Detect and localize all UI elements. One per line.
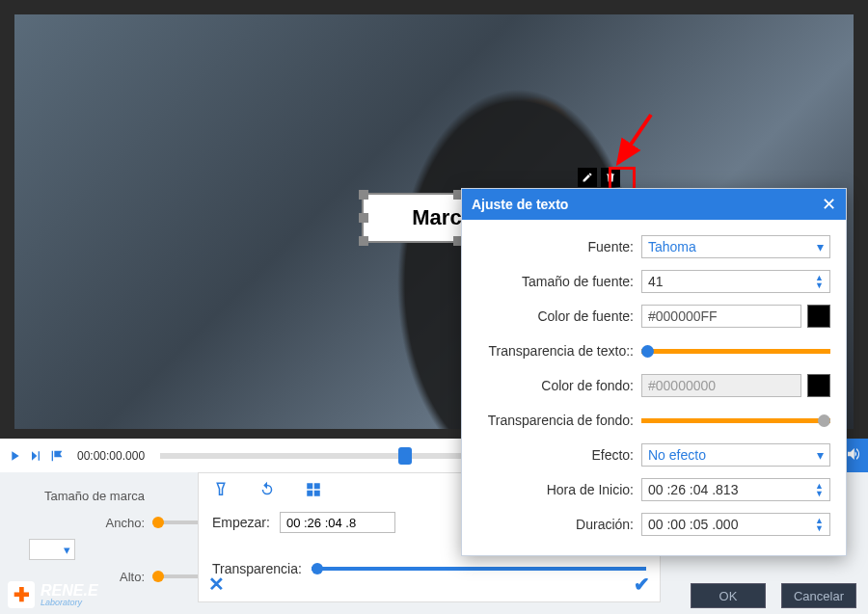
font-select[interactable]: Tahoma▾ xyxy=(641,235,830,258)
dialog-footer: OK Cancelar xyxy=(691,583,856,608)
logo-plus-icon: ✚ xyxy=(8,581,35,608)
start-time-label: Hora de Inicio: xyxy=(477,482,641,497)
glass-tool-icon[interactable] xyxy=(212,481,230,502)
resize-handle[interactable] xyxy=(359,213,368,223)
logo-sub: Laboratory xyxy=(41,599,98,607)
bg-color-input[interactable]: #00000000 xyxy=(641,374,801,397)
step-button[interactable] xyxy=(25,445,46,467)
chevron-down-icon: ▾ xyxy=(817,447,824,463)
spinner-icon[interactable]: ▲▼ xyxy=(815,274,824,289)
ok-button[interactable]: OK xyxy=(691,583,766,608)
width-slider[interactable] xyxy=(152,521,203,524)
font-label: Fuente: xyxy=(477,239,641,254)
play-button[interactable] xyxy=(4,445,25,467)
bg-transparency-label: Transparencia de fondo: xyxy=(477,413,641,428)
pencil-icon xyxy=(582,172,593,183)
play-step-icon xyxy=(28,448,43,464)
duration-input[interactable]: 00 :00 :05 .000▲▼ xyxy=(641,513,830,536)
font-color-label: Color de fuente: xyxy=(477,308,641,324)
chevron-down-icon: ▾ xyxy=(817,239,824,254)
font-color-input[interactable]: #000000FF xyxy=(641,305,801,328)
spinner-icon[interactable]: ▲▼ xyxy=(815,482,824,497)
resize-handle[interactable] xyxy=(359,190,368,200)
font-size-input[interactable]: 41▲▼ xyxy=(641,270,830,293)
confirm-panel-button[interactable]: ✔ xyxy=(634,573,650,596)
play-icon xyxy=(7,448,22,464)
text-transparency-label: Transparencia de texto:: xyxy=(477,343,641,359)
bg-color-swatch[interactable] xyxy=(807,374,830,397)
left-controls: Tamaño de marca Ancho: ▾ Alto: xyxy=(29,482,203,590)
font-size-value: 41 xyxy=(648,274,664,289)
height-slider[interactable] xyxy=(152,574,203,578)
logo-brand: RENE.E xyxy=(41,583,98,599)
start-time-value: 00 :26 :04 .813 xyxy=(648,482,738,497)
refresh-icon[interactable] xyxy=(258,481,276,502)
resize-handle[interactable] xyxy=(359,236,368,246)
effect-value: No efecto xyxy=(648,447,706,463)
font-size-label: Tamaño de fuente: xyxy=(477,274,641,289)
bg-color-value: #00000000 xyxy=(648,378,716,393)
cancel-button[interactable]: Cancelar xyxy=(781,583,856,608)
start-label: Empezar: xyxy=(212,515,270,530)
size-label: Tamaño de marca xyxy=(29,489,145,503)
edit-text-button[interactable] xyxy=(578,168,597,187)
effect-select[interactable]: No efecto▾ xyxy=(641,443,830,467)
volume-icon[interactable] xyxy=(845,445,862,467)
svg-line-0 xyxy=(618,115,651,163)
bg-color-label: Color de fondo: xyxy=(477,378,641,393)
font-color-value: #000000FF xyxy=(648,308,718,324)
marker-button[interactable] xyxy=(46,445,68,467)
text-transparency-slider[interactable] xyxy=(641,349,830,354)
transparency-label: Transparencia: xyxy=(212,561,302,576)
cancel-panel-button[interactable]: ✕ xyxy=(208,573,225,596)
annotation-arrow-icon xyxy=(605,111,663,169)
start-time-input[interactable] xyxy=(280,512,395,533)
text-settings-dialog: Ajuste de texto ✕ Fuente: Tahoma▾ Tamaño… xyxy=(461,188,847,556)
font-value: Tahoma xyxy=(648,239,696,254)
effect-label: Efecto: xyxy=(477,447,641,463)
dialog-titlebar[interactable]: Ajuste de texto ✕ xyxy=(462,189,846,220)
flag-icon xyxy=(49,448,65,464)
time-start-label: 00:00:00.000 xyxy=(77,449,145,463)
width-label: Ancho: xyxy=(29,516,145,530)
unit-dropdown[interactable]: ▾ xyxy=(29,539,75,560)
grid-icon[interactable] xyxy=(305,481,322,502)
duration-label: Duración: xyxy=(477,517,641,532)
bg-transparency-slider[interactable] xyxy=(641,418,830,423)
duration-value: 00 :00 :05 .000 xyxy=(648,517,738,532)
transparency-slider[interactable] xyxy=(312,567,646,571)
slider-knob[interactable] xyxy=(152,517,164,528)
font-color-swatch[interactable] xyxy=(807,305,830,328)
dialog-title: Ajuste de texto xyxy=(472,197,568,212)
slider-knob[interactable] xyxy=(818,414,830,427)
slider-knob[interactable] xyxy=(312,563,323,574)
start-time-input[interactable]: 00 :26 :04 .813▲▼ xyxy=(641,478,830,501)
brand-logo: ✚ RENE.E Laboratory xyxy=(8,581,98,608)
close-icon[interactable]: ✕ xyxy=(822,194,836,215)
slider-knob[interactable] xyxy=(152,571,164,582)
spinner-icon[interactable]: ▲▼ xyxy=(815,517,824,532)
seek-handle[interactable] xyxy=(398,447,412,465)
